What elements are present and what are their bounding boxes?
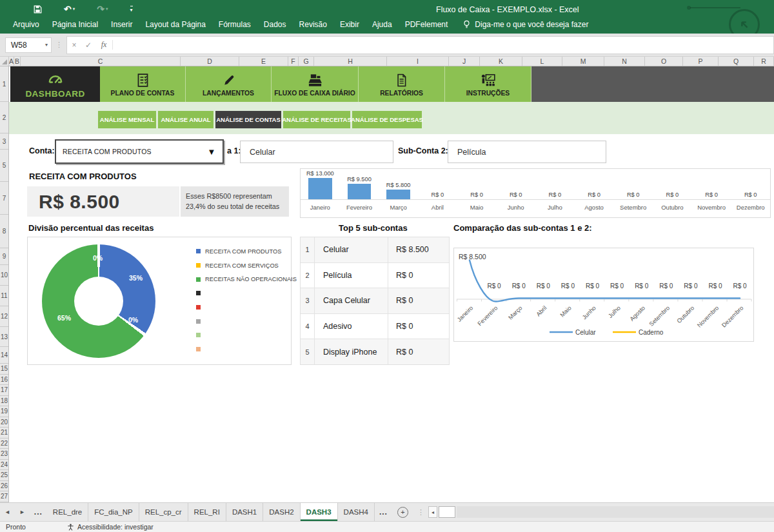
column-header-Q[interactable]: Q	[719, 57, 754, 66]
row-header-17[interactable]: 17	[0, 385, 8, 396]
sheet-tab-rel-ri[interactable]: REL_RI	[188, 503, 226, 521]
name-box[interactable]: W58 ▾	[5, 37, 52, 53]
legend-item-receita-com-servicos: RECEITA COM SERVIÇOS	[196, 259, 297, 273]
row-header-16[interactable]: 16	[0, 375, 8, 386]
row-header-18[interactable]: 18	[0, 396, 8, 407]
scrollbar-thumb[interactable]	[439, 506, 455, 518]
column-header-F[interactable]: F	[288, 57, 299, 66]
row-header-9[interactable]: 9	[0, 248, 8, 265]
nav-button-fluxo-de-caixa-diario[interactable]: FLUXO DE CAIXA DIÁRIO	[272, 66, 359, 102]
sheet-tabs-overflow-left[interactable]: ...	[30, 507, 47, 517]
sheet-tab-dash4[interactable]: DASH4	[338, 503, 375, 521]
sheet-tab-fc-dia-np[interactable]: FC_dia_NP	[88, 503, 139, 521]
redo-icon[interactable]: ↷▾	[97, 5, 108, 14]
row-header-21[interactable]: 21	[0, 428, 8, 438]
row-header-5[interactable]: 5	[0, 150, 8, 182]
name-box-dropdown-icon[interactable]: ▾	[45, 42, 51, 48]
conta-dropdown[interactable]: RECEITA COM PRODUTOS ▼	[55, 139, 224, 164]
formula-input[interactable]	[113, 37, 773, 54]
tabs-nav-right-icon[interactable]: ►	[15, 509, 30, 515]
sheet-tab-rel-dre[interactable]: REL_dre	[47, 503, 88, 521]
nav-button-relatorios[interactable]: RELATÓRIOS	[359, 66, 445, 102]
scrollbar-track[interactable]	[457, 506, 774, 518]
menu-item-arquivo[interactable]: Arquivo	[6, 17, 46, 32]
menu-item-pdfelement[interactable]: PDFelement	[399, 17, 455, 32]
column-header-E[interactable]: E	[239, 57, 288, 66]
column-header-P[interactable]: P	[683, 57, 719, 66]
row-header-1[interactable]: 1	[0, 66, 8, 102]
nav-button-instrucoes[interactable]: INSTRUÇÕES	[445, 66, 531, 102]
row-header-7[interactable]: 7	[0, 182, 8, 215]
row-header-3[interactable]: 3	[0, 133, 8, 150]
nav-button-dashboard[interactable]: DASHBOARD	[10, 66, 100, 102]
tab-analise-anual[interactable]: ANÁLISE ANUAL	[158, 111, 213, 128]
subconta1-input[interactable]: Celular	[240, 141, 393, 163]
row-header-22[interactable]: 22	[0, 438, 8, 449]
menu-item-inserir[interactable]: Inserir	[104, 17, 139, 32]
column-header-K[interactable]: K	[480, 57, 522, 66]
column-header-M[interactable]: M	[562, 57, 604, 66]
menu-item-ajuda[interactable]: Ajuda	[366, 17, 399, 32]
column-header-N[interactable]: N	[604, 57, 645, 66]
row-header-26[interactable]: 26	[0, 481, 8, 492]
save-icon[interactable]	[34, 5, 42, 14]
select-all-corner[interactable]	[0, 57, 9, 66]
row-header-24[interactable]: 24	[0, 460, 8, 471]
row-header-11[interactable]: 11	[0, 286, 8, 306]
sheet-tab-dash2[interactable]: DASH2	[263, 503, 300, 521]
column-header-G[interactable]: G	[299, 57, 314, 66]
menu-item-layout-da-pagina[interactable]: Layout da Página	[139, 17, 212, 32]
column-header-A[interactable]: A	[9, 57, 14, 66]
menu-item-revisao[interactable]: Revisão	[293, 17, 333, 32]
enter-icon[interactable]: ✓	[81, 41, 95, 50]
tab-analise-de-despesas[interactable]: ANÁLISE DE DESPESAS	[352, 111, 422, 128]
column-header-J[interactable]: J	[449, 57, 480, 66]
sheet-tab-rel-cp-cr[interactable]: REL_cp_cr	[139, 503, 188, 521]
undo-icon[interactable]: ↶▾	[64, 5, 75, 14]
sheet-tab-dash1[interactable]: DASH1	[226, 503, 263, 521]
column-header-H[interactable]: H	[314, 57, 387, 66]
dropdown-arrow-icon[interactable]: ▼	[201, 147, 223, 157]
tell-me-box[interactable]: Diga-me o que você deseja fazer	[463, 20, 588, 29]
row-header-12[interactable]: 12	[0, 306, 8, 327]
row-header-2[interactable]: 2	[0, 102, 8, 133]
column-header-I[interactable]: I	[387, 57, 449, 66]
row-header-15[interactable]: 15	[0, 364, 8, 375]
row-header-20[interactable]: 20	[0, 417, 8, 428]
horizontal-scrollbar[interactable]: ◂	[428, 503, 774, 521]
row-header-14[interactable]: 14	[0, 347, 8, 364]
column-header-L[interactable]: L	[522, 57, 562, 66]
insert-function-icon[interactable]: fx	[95, 40, 113, 50]
nav-button-plano-de-contas[interactable]: PLANO DE CONTAS	[100, 66, 186, 102]
subconta2-input[interactable]: Película	[448, 141, 606, 163]
row-header-19[interactable]: 19	[0, 406, 8, 417]
menu-item-exibir[interactable]: Exibir	[333, 17, 366, 32]
row-header-13[interactable]: 13	[0, 327, 8, 347]
scroll-left-icon[interactable]: ◂	[428, 506, 437, 518]
tab-analise-de-receitas[interactable]: ANÁLISE DE RECEITAS	[283, 111, 350, 128]
menu-item-dados[interactable]: Dados	[257, 17, 293, 32]
menu-item-pagina-inicial[interactable]: Página Inicial	[46, 17, 104, 32]
month-label: Fevereiro	[477, 304, 499, 327]
column-header-C[interactable]: C	[21, 57, 181, 66]
column-header-B[interactable]: B	[14, 57, 21, 66]
accessibility-status[interactable]: Acessibilidade: investigar	[67, 523, 154, 531]
row-header-25[interactable]: 25	[0, 470, 8, 481]
column-header-D[interactable]: D	[181, 57, 239, 66]
sheet-tab-dash3[interactable]: DASH3	[301, 503, 338, 521]
tab-analise-de-contas[interactable]: ANÁLISE DE CONTAS	[215, 111, 281, 128]
row-header-8[interactable]: 8	[0, 215, 8, 248]
tab-analise-mensal[interactable]: ANÁLISE MENSAL	[98, 111, 156, 128]
sheet-tabs-overflow-right[interactable]: ...	[375, 507, 392, 517]
row-header-23[interactable]: 23	[0, 449, 8, 460]
column-header-O[interactable]: O	[645, 57, 683, 66]
tabs-nav-left-icon[interactable]: ◄	[0, 509, 15, 515]
nav-button-lancamentos[interactable]: LANÇAMENTOS	[186, 66, 272, 102]
cancel-icon[interactable]: ×	[67, 41, 81, 50]
row-header-27[interactable]: 27	[0, 491, 8, 502]
customize-toolbar-icon[interactable]: ▾	[130, 6, 133, 13]
menu-item-formulas[interactable]: Fórmulas	[212, 17, 257, 32]
column-header-R[interactable]: R	[754, 57, 774, 66]
new-sheet-button[interactable]: +	[397, 507, 408, 518]
row-header-10[interactable]: 10	[0, 265, 8, 286]
